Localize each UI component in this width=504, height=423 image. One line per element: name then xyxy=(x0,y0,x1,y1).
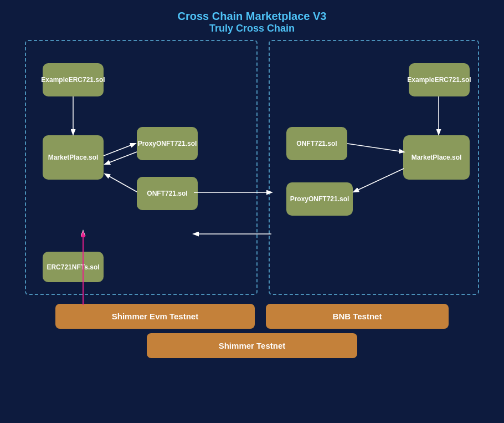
svg-line-3 xyxy=(104,144,135,156)
shimmer-testnet-label: Shimmer Testnet xyxy=(147,333,357,358)
left-chain-wrapper: ExampleERC721.sol MarketPlace.sol ProxyO… xyxy=(25,40,258,295)
svg-line-5 xyxy=(105,174,137,192)
right-chain-wrapper: ExampleERC721.sol ONFT721.sol MarketPlac… xyxy=(269,40,479,295)
shimmer-evm-label: Shimmer Evm Testnet xyxy=(55,304,255,329)
title-area: Cross Chain Marketplace V3 Truly Cross C… xyxy=(0,0,504,40)
right-onft-node: ONFT721.sol xyxy=(286,127,347,160)
left-chain-box: ExampleERC721.sol MarketPlace.sol ProxyO… xyxy=(25,40,258,295)
chains-row: ExampleERC721.sol MarketPlace.sol ProxyO… xyxy=(0,40,504,295)
svg-line-4 xyxy=(105,152,137,164)
svg-line-9 xyxy=(354,169,404,192)
left-proxy-onft-node: ProxyONFT721.sol xyxy=(137,127,198,160)
left-erc721nfts-node: ERC721NFTs.sol xyxy=(43,252,104,282)
left-example-erc-node: ExampleERC721.sol xyxy=(43,63,104,96)
main-title: Cross Chain Marketplace V3 xyxy=(0,10,504,23)
bottom-labels-row: Shimmer Evm Testnet BNB Testnet xyxy=(0,304,504,329)
left-onft-node: ONFT721.sol xyxy=(137,177,198,210)
right-marketplace-node: MarketPlace.sol xyxy=(403,135,470,180)
right-example-erc-node: ExampleERC721.sol xyxy=(409,63,470,96)
right-chain-box: ExampleERC721.sol ONFT721.sol MarketPlac… xyxy=(269,40,479,295)
left-marketplace-node: MarketPlace.sol xyxy=(43,135,104,180)
svg-line-8 xyxy=(347,144,404,152)
shimmer-testnet-area: Shimmer Testnet xyxy=(0,333,504,358)
sub-title: Truly Cross Chain xyxy=(0,23,504,34)
right-proxy-onft-node: ProxyONFT721.sol xyxy=(286,182,353,216)
full-diagram: ExampleERC721.sol MarketPlace.sol ProxyO… xyxy=(0,40,504,358)
bnb-label: BNB Testnet xyxy=(266,304,449,329)
